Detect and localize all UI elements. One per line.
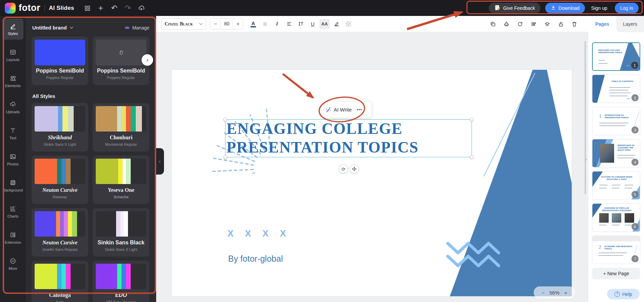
thumb-wave-icon: ≈≈ — [627, 64, 629, 67]
transparency-button[interactable] — [343, 19, 353, 29]
style-palette — [35, 106, 85, 132]
give-feedback-button[interactable]: Give Feedback — [489, 3, 540, 14]
sidebar-item-charts[interactable]: Charts — [2, 201, 23, 222]
align-objects-icon — [531, 21, 537, 27]
download-icon — [551, 5, 556, 11]
zoom-out-button[interactable]: − — [541, 290, 545, 296]
redo-rotate-button[interactable] — [515, 19, 525, 29]
redo-icon[interactable]: ↷ — [121, 1, 135, 15]
delete-button[interactable] — [569, 19, 579, 29]
page-number-badge: 2 — [631, 94, 639, 101]
resize-handle[interactable] — [470, 118, 474, 121]
app-title: AI Slides — [49, 5, 74, 12]
brand-style-card[interactable]: Poppins SemiBold Poppins Regular — [32, 37, 88, 85]
panel-collapse-handle[interactable]: ‹ — [155, 148, 164, 175]
highlight-button[interactable] — [331, 19, 342, 29]
thumb-photo — [625, 213, 634, 223]
resize-handle[interactable] — [223, 155, 227, 159]
sidebar-item-uploads[interactable]: Uploads — [2, 97, 23, 118]
slide-marks-text[interactable]: X X X X — [227, 228, 291, 239]
page-thumbnail-5[interactable]: FACTORS TO CONSIDER WHEN SELECTING A TOP… — [592, 171, 640, 200]
text-icon — [10, 127, 16, 135]
download-button[interactable]: Download — [545, 3, 585, 14]
font-size-value[interactable]: 80 — [221, 19, 233, 29]
fotor-logo-icon[interactable] — [5, 3, 16, 14]
layers-button[interactable] — [542, 19, 552, 29]
style-card[interactable]: Neuton Cursive Raleway — [32, 156, 88, 204]
sidebar-item-background[interactable]: Background — [2, 175, 23, 196]
style-card[interactable]: Chonburi Montserrat Regular — [93, 103, 149, 152]
chevron-down-icon[interactable] — [70, 25, 73, 30]
sidebar-item-more[interactable]: More — [2, 254, 23, 275]
vertical-scrollbar[interactable] — [585, 41, 586, 194]
sidebar-item-elements[interactable]: Elements — [2, 71, 23, 92]
charts-icon — [10, 205, 16, 213]
brand-cards-next-button[interactable]: › — [142, 54, 153, 66]
style-card[interactable]: Neuton Cursive Josefin Sans Regular — [32, 208, 88, 257]
move-handle[interactable] — [350, 164, 359, 174]
ai-write-button[interactable]: AI Write ••• — [321, 102, 371, 118]
lock-button[interactable] — [556, 19, 566, 29]
page-number-badge: 3 — [631, 126, 639, 134]
resize-handle[interactable] — [223, 118, 227, 121]
page-thumbnail-3[interactable]: 1 INTRODUCTION TO PRESENTATION TOPICS 3 — [592, 107, 640, 135]
cloud-sync-icon[interactable] — [135, 1, 148, 15]
highlighter-icon — [334, 21, 339, 27]
fotor-logo-text[interactable]: fotor — [19, 3, 40, 13]
tab-layers[interactable]: Layers — [616, 16, 644, 32]
undo-icon[interactable]: ↶ — [108, 1, 121, 15]
font-size-decrease-button[interactable]: − — [210, 21, 221, 27]
thumb-wave-icon: ≈≈ — [627, 97, 629, 100]
unlock-icon — [558, 21, 564, 27]
letter-case-button[interactable]: AA — [319, 19, 330, 29]
manage-button[interactable]: Manage — [124, 25, 149, 31]
sidebar-item-layouts[interactable]: Layouts — [2, 45, 23, 66]
page-thumbnail-2[interactable]: TABLE OF CONTENTS ≈≈ 2 — [592, 75, 640, 103]
slide-byline-text[interactable]: By fotor-global — [228, 254, 283, 264]
duplicate-button[interactable] — [488, 19, 498, 29]
selection-box[interactable] — [225, 119, 472, 157]
align-button[interactable] — [284, 19, 294, 29]
page-thumbnail-7[interactable]: 2 ACADEMIC AND RESEARCH TOPICS 7 — [592, 236, 640, 264]
align-objects-button[interactable] — [529, 19, 539, 29]
layers-icon — [544, 21, 550, 27]
style-card[interactable]: Calistoga Gotu — [32, 261, 88, 302]
style-card[interactable]: Sinkin Sans Black Sinkin Sans X Light — [93, 208, 149, 257]
font-family-select[interactable]: Cinzel Black — [161, 18, 206, 29]
question-icon: ? — [614, 291, 620, 297]
page-thumbnail-1[interactable]: ENGAGING COLLEGE PRESENTATION TOPICS ≈≈ … — [592, 42, 640, 71]
crown-icon — [124, 25, 130, 31]
new-page-button[interactable]: + New Page — [592, 268, 640, 279]
line-height-button[interactable] — [296, 19, 306, 29]
more-options-button[interactable]: ••• — [357, 107, 362, 112]
templates-grid-icon[interactable] — [80, 1, 94, 15]
font-color-button[interactable]: A — [248, 19, 258, 29]
format-painter-button[interactable] — [501, 19, 512, 29]
help-button[interactable]: ? Help — [607, 289, 640, 299]
sidebar-item-text[interactable]: Text — [2, 123, 23, 144]
add-icon[interactable]: + — [94, 1, 108, 15]
thumb-photo — [599, 213, 609, 223]
page-thumbnail-4[interactable]: IMPORTANCE OF CHOOSING THE RIGHT TOPIC 4 — [592, 139, 640, 167]
sidebar-item-extension[interactable]: Extension — [2, 227, 23, 248]
sign-up-link[interactable]: Sign up — [591, 5, 607, 11]
sidebar-item-styles[interactable]: Styles — [2, 19, 23, 40]
page-thumbnail-6[interactable]: OVERVIEW OF POPULAR PRESENTATION CATEGOR… — [592, 203, 640, 232]
layouts-icon — [10, 49, 16, 56]
zoom-in-button[interactable]: + — [564, 290, 567, 296]
rotate-handle[interactable]: ⟳ — [339, 164, 348, 174]
brand-name-dropdown[interactable]: Untitled brand — [32, 25, 67, 31]
style-card[interactable]: Yeseva One Sriracha — [93, 156, 149, 204]
brand-style-card[interactable]: Poppins SemiBold Poppins Regular — [93, 37, 149, 85]
font-size-increase-button[interactable]: + — [233, 21, 243, 27]
style-card[interactable]: Shrikhand Sinkin Sans X Light — [32, 103, 88, 152]
italic-button[interactable]: I — [272, 19, 282, 29]
slide[interactable]: ENGAGING COLLEGE PRESENTATION TOPICS ⟳ A… — [172, 70, 572, 296]
underline-button[interactable]: U — [308, 19, 318, 29]
log-in-button[interactable]: Log in — [615, 3, 639, 14]
resize-handle[interactable] — [470, 155, 474, 159]
style-card[interactable]: EDO DM Sans Regular — [93, 261, 149, 302]
sidebar-item-photos[interactable]: Photos — [2, 149, 23, 170]
tab-pages[interactable]: Pages — [588, 16, 616, 32]
bold-button[interactable]: B — [260, 19, 270, 29]
